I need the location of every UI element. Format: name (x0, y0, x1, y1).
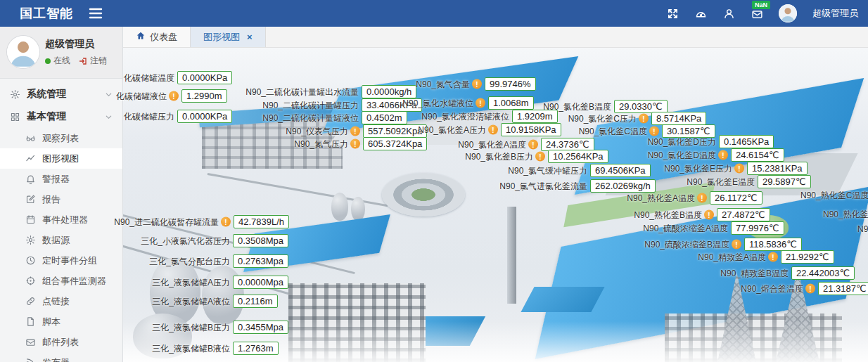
silo-tank (331, 193, 348, 221)
sidebar-item-point-link[interactable]: 点链接 (0, 291, 122, 311)
sidebar-item-label: 定时事件分组 (42, 254, 97, 267)
sidebar-item-report[interactable]: 报告 (0, 189, 122, 209)
storage-tank (202, 266, 244, 325)
target-icon (25, 276, 37, 287)
clarifier-pool (382, 173, 465, 216)
glasses-icon (25, 133, 37, 144)
home-icon (136, 31, 146, 43)
sidebar-item-alarm[interactable]: 警报器 (0, 169, 122, 189)
bell-icon (25, 174, 37, 185)
sidebar-item-event-processor[interactable]: 事件处理器 (0, 209, 122, 230)
sidebar-menu: 系统管理基本管理观察列表图形视图警报器报告事件处理器数据源定时事件分组组合事件监… (0, 79, 122, 362)
sidebar-item-script[interactable]: 脚本 (0, 311, 122, 332)
chimney (507, 207, 516, 304)
sidebar-item-label: 事件处理器 (42, 214, 88, 226)
avatar[interactable] (7, 36, 39, 68)
sidebar-item-label: 发布器 (42, 356, 70, 362)
tab-bar: 仪表盘 图形视图 × (123, 27, 868, 48)
fullscreen-icon[interactable] (666, 7, 679, 20)
logout-icon[interactable] (79, 57, 87, 65)
hamburger-menu-icon[interactable] (89, 8, 103, 19)
tab-label: 仪表盘 (150, 31, 177, 44)
grid-icon (10, 111, 21, 122)
mail-notification-icon[interactable]: NaN (751, 7, 763, 20)
dashboard-gauge-icon[interactable] (694, 7, 707, 20)
sidebar: 超级管理员 在线 注销 系统管理基本管理观察列表图形视图警报器报告事件处理器数据… (0, 27, 123, 362)
sidebar-item-label: 图形视图 (42, 153, 79, 165)
link-icon (25, 296, 37, 307)
user-panel: 超级管理员 在线 注销 (0, 27, 122, 79)
chevron-down-icon (105, 91, 113, 98)
close-icon[interactable]: × (247, 32, 253, 42)
gear-icon (25, 235, 37, 246)
tab-label: 图形视图 (203, 31, 240, 44)
sidebar-item-publisher[interactable]: 发布器 (0, 352, 122, 362)
sidebar-item-combo-event-monitor[interactable]: 组合事件监测器 (0, 271, 122, 291)
dome-building (748, 215, 789, 239)
file-icon (25, 316, 37, 328)
user-name: 超级管理员 (45, 38, 94, 51)
sidebar-item-label: 邮件列表 (42, 336, 79, 349)
top-navbar: 国工智能 NaN 超级管理员 (0, 0, 868, 27)
edit-icon (25, 194, 37, 205)
navbar-username[interactable]: 超级管理员 (812, 7, 858, 20)
sidebar-item-mail-list[interactable]: 邮件列表 (0, 332, 122, 352)
calendar-icon (25, 214, 37, 226)
app-window: 国工智能 NaN 超级管理员 (0, 0, 868, 362)
sidebar-item-label: 点链接 (42, 295, 70, 308)
sidebar-item-label: 脚本 (42, 316, 60, 328)
sidebar-item-graphic-view[interactable]: 图形视图 (0, 148, 122, 169)
sidebar-item-watch-list[interactable]: 观察列表 (0, 128, 122, 148)
logout-label[interactable]: 注销 (90, 55, 107, 67)
user-profile-icon[interactable] (722, 7, 735, 20)
sidebar-item-basic-mgmt[interactable]: 基本管理 (0, 105, 122, 128)
gear-icon (10, 89, 21, 100)
blue-pool (521, 287, 604, 312)
sidebar-item-label: 数据源 (42, 234, 70, 247)
notification-badge: NaN (752, 1, 770, 9)
sidebar-item-data-source[interactable]: 数据源 (0, 230, 122, 250)
sidebar-item-label: 基本管理 (27, 110, 66, 123)
sidebar-item-system-mgmt[interactable]: 系统管理 (0, 83, 122, 105)
silo-tank (351, 197, 365, 221)
mail-icon (25, 337, 37, 348)
chevron-down-icon (105, 113, 113, 121)
rss-icon (25, 357, 37, 362)
clock-icon (25, 255, 37, 266)
brand-logo: 国工智能 (20, 5, 73, 22)
avatar[interactable] (779, 4, 797, 22)
fog-overlay (123, 321, 868, 362)
tab-dashboard[interactable]: 仪表盘 (123, 27, 191, 47)
sidebar-item-timed-event-group[interactable]: 定时事件分组 (0, 250, 122, 271)
sidebar-item-label: 系统管理 (27, 88, 66, 101)
sidebar-item-label: 警报器 (42, 173, 70, 186)
online-status-label: 在线 (53, 55, 70, 67)
sidebar-item-label: 观察列表 (42, 132, 79, 145)
sidebar-item-label: 报告 (42, 193, 60, 206)
online-status-dot (45, 58, 51, 64)
chart-line-icon (25, 153, 37, 164)
tab-graphic-view[interactable]: 图形视图 × (191, 27, 266, 47)
plant-3d-view[interactable] (123, 48, 868, 362)
sidebar-item-label: 组合事件监测器 (42, 275, 106, 287)
